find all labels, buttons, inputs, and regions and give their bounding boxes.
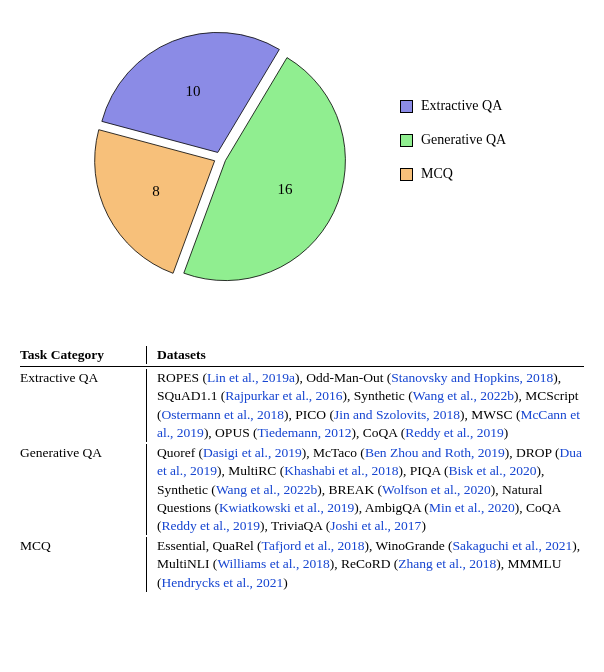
legend-item: Extractive QA bbox=[400, 98, 506, 114]
legend: Extractive QAGenerative QAMCQ bbox=[400, 80, 506, 200]
header-category: Task Category bbox=[20, 346, 147, 364]
citation: Wang et al., 2022b bbox=[216, 482, 317, 497]
citation: Khashabi et al., 2018 bbox=[284, 463, 398, 478]
dataset-text: ), DROP ( bbox=[505, 445, 560, 460]
citation: Tiedemann, 2012 bbox=[258, 425, 352, 440]
table-row: MCQEssential, QuaRel (Tafjord et al., 20… bbox=[20, 535, 584, 592]
slice-value-label: 10 bbox=[185, 83, 200, 99]
citation: Reddy et al., 2019 bbox=[162, 518, 261, 533]
cell-datasets: Quoref (Dasigi et al., 2019), McTaco (Be… bbox=[147, 444, 584, 535]
dataset-text: ), PICO ( bbox=[284, 407, 334, 422]
table-header-row: Task Category Datasets bbox=[20, 346, 584, 367]
dataset-text: ), OPUS ( bbox=[204, 425, 258, 440]
dataset-text: ), WinoGrande ( bbox=[365, 538, 453, 553]
legend-swatch bbox=[400, 100, 413, 113]
legend-label: Generative QA bbox=[421, 132, 506, 148]
legend-label: MCQ bbox=[421, 166, 453, 182]
dataset-text: ROPES ( bbox=[157, 370, 207, 385]
slice-value-label: 16 bbox=[277, 181, 293, 197]
citation: Dasigi et al., 2019 bbox=[203, 445, 302, 460]
legend-item: MCQ bbox=[400, 166, 506, 182]
dataset-text: ) bbox=[504, 425, 509, 440]
citation: Zhang et al., 2018 bbox=[398, 556, 496, 571]
table-row: Extractive QAROPES (Lin et al., 2019a), … bbox=[20, 367, 584, 442]
citation: Ben Zhou and Roth, 2019 bbox=[365, 445, 505, 460]
pie-chart: 10168 bbox=[80, 18, 360, 298]
citation: Jin and Szolovits, 2018 bbox=[334, 407, 460, 422]
dataset-text: ), Synthetic ( bbox=[343, 388, 413, 403]
dataset-text: ), BREAK ( bbox=[317, 482, 382, 497]
citation: Sakaguchi et al., 2021 bbox=[453, 538, 573, 553]
table-row: Generative QAQuoref (Dasigi et al., 2019… bbox=[20, 442, 584, 535]
dataset-text: Quoref ( bbox=[157, 445, 203, 460]
dataset-text: Essential, QuaRel ( bbox=[157, 538, 262, 553]
dataset-text: ), Odd-Man-Out ( bbox=[295, 370, 391, 385]
dataset-text: ), MWSC ( bbox=[460, 407, 520, 422]
dataset-text: ), ReCoRD ( bbox=[330, 556, 399, 571]
cell-datasets: Essential, QuaRel (Tafjord et al., 2018)… bbox=[147, 537, 584, 592]
dataset-text: ), PIQA ( bbox=[399, 463, 449, 478]
slice-value-label: 8 bbox=[152, 183, 159, 199]
citation: Kwiatkowski et al., 2019 bbox=[219, 500, 354, 515]
legend-swatch bbox=[400, 168, 413, 181]
legend-item: Generative QA bbox=[400, 132, 506, 148]
dataset-text: ), McTaco ( bbox=[302, 445, 365, 460]
citation: Bisk et al., 2020 bbox=[448, 463, 536, 478]
citation: Joshi et al., 2017 bbox=[330, 518, 421, 533]
citation: Rajpurkar et al., 2016 bbox=[225, 388, 342, 403]
cell-category: Extractive QA bbox=[20, 369, 147, 442]
dataset-text: ), MultiRC ( bbox=[217, 463, 284, 478]
header-datasets: Datasets bbox=[147, 346, 584, 364]
legend-label: Extractive QA bbox=[421, 98, 502, 114]
chart-area: 10168 Extractive QAGenerative QAMCQ bbox=[20, 10, 584, 310]
legend-swatch bbox=[400, 134, 413, 147]
citation: Wolfson et al., 2020 bbox=[382, 482, 491, 497]
dataset-text: ), TriviaQA ( bbox=[260, 518, 330, 533]
citation: Lin et al., 2019a bbox=[207, 370, 295, 385]
citation: Min et al., 2020 bbox=[429, 500, 515, 515]
dataset-text: ) bbox=[421, 518, 426, 533]
dataset-text: ) bbox=[283, 575, 288, 590]
cell-datasets: ROPES (Lin et al., 2019a), Odd-Man-Out (… bbox=[147, 369, 584, 442]
datasets-table: Task Category Datasets Extractive QAROPE… bbox=[20, 346, 584, 592]
table-body: Extractive QAROPES (Lin et al., 2019a), … bbox=[20, 367, 584, 592]
citation: Ostermann et al., 2018 bbox=[162, 407, 285, 422]
cell-category: MCQ bbox=[20, 537, 147, 592]
citation: Tafjord et al., 2018 bbox=[262, 538, 365, 553]
citation: Hendrycks et al., 2021 bbox=[162, 575, 284, 590]
citation: Wang et al., 2022b bbox=[413, 388, 514, 403]
dataset-text: ), AmbigQA ( bbox=[354, 500, 429, 515]
cell-category: Generative QA bbox=[20, 444, 147, 535]
citation: Reddy et al., 2019 bbox=[405, 425, 504, 440]
citation: Stanovsky and Hopkins, 2018 bbox=[391, 370, 553, 385]
dataset-text: ), CoQA ( bbox=[352, 425, 406, 440]
citation: Williams et al., 2018 bbox=[217, 556, 329, 571]
